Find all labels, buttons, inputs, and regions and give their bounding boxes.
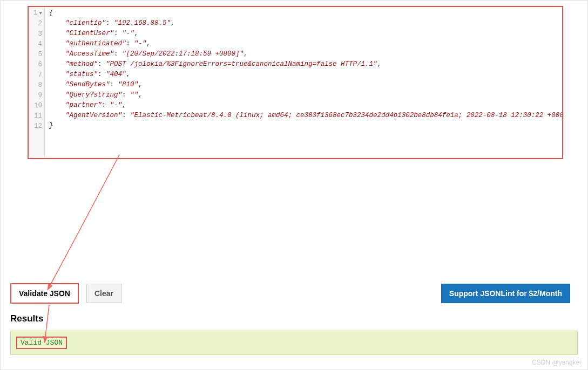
annotation-arrow-1 [33,152,125,294]
clear-button[interactable]: Clear [86,284,121,303]
support-button[interactable]: Support JSONLint for $2/Month [441,284,570,303]
line-number-gutter: 1▼23456789101112 [29,7,45,158]
validation-status: Valid JSON [16,337,67,349]
json-editor[interactable]: 1▼23456789101112 {"clientip": "192.168.8… [28,6,563,159]
validate-json-button[interactable]: Validate JSON [10,283,79,304]
code-content[interactable]: {"clientip": "192.168.88.5","ClientUser"… [45,7,562,158]
results-heading: Results [10,313,582,324]
results-panel: Valid JSON [10,331,578,355]
watermark: CSDN @yangkei [532,359,581,366]
action-bar: Validate JSON Clear Support JSONLint for… [6,283,582,304]
